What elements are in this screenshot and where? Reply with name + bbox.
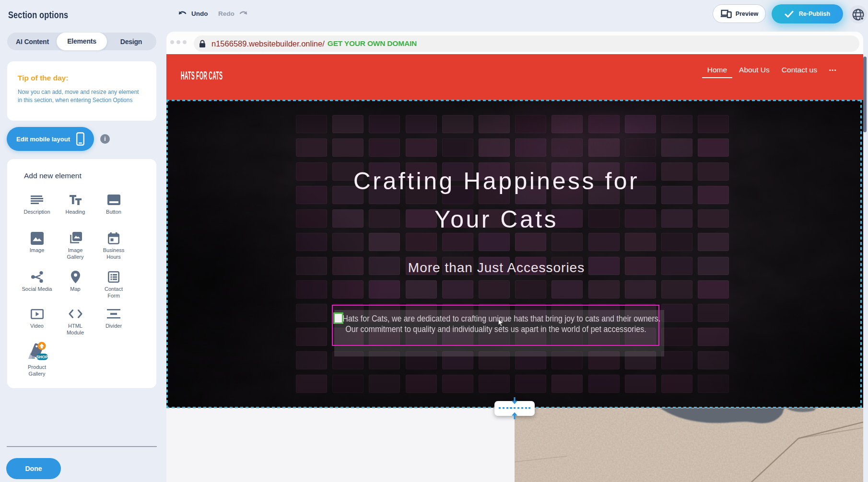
svg-text:SHOP: SHOP bbox=[36, 355, 48, 359]
